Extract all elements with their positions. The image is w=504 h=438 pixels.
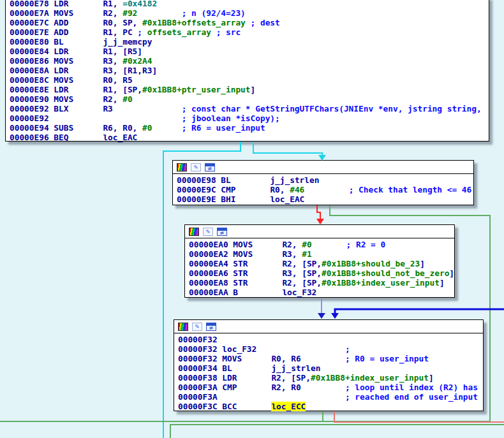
asm-line[interactable]: 00000E8E LDR R1, [SP,#0x1BB8+ptr_user_in… — [10, 85, 489, 94]
group-node-icon[interactable]: ⇄ — [217, 228, 227, 236]
comment-text: ; R2 = 0 — [346, 240, 386, 249]
number-text: #46 — [290, 185, 304, 194]
group-node-icon[interactable]: ⇄ — [206, 323, 216, 331]
code-text: 00000E90 MOVS R2, — [10, 94, 122, 104]
code-text: 00000F34 BL j_j_strlen — [178, 363, 320, 373]
node-title-bar[interactable]: ✎⇄ — [173, 161, 473, 174]
basic-block-block-E98[interactable]: ✎⇄00000E98 BL j_j_strlen00000E9C CMP R0,… — [172, 160, 474, 205]
code-text: 00000E7A MOVS R2, — [10, 8, 122, 18]
basic-block-block-F32[interactable]: ✎⇄00000F3200000F32 loc_F32 ;00000F32 MOV… — [174, 319, 484, 411]
asm-line[interactable]: 00000F38 LDR R2, [SP,#0x1BB8+index_user_… — [178, 373, 483, 383]
code-text: 00000E8C MOVS R0, R5 — [10, 75, 133, 85]
asm-line[interactable]: 00000F34 BL j_j_strlen — [178, 363, 483, 373]
edge-beq-fallthrough-cyan — [253, 142, 322, 155]
highlighted-label: loc_ECC — [271, 402, 306, 411]
asm-line[interactable]: 00000E98 BL j_j_strlen — [177, 175, 473, 185]
code-text: 00000EA4 STR R2, [SP, — [189, 259, 322, 268]
asm-line[interactable]: 00000E7C ADD R0, SP, #0x1BB8+offsets_arr… — [10, 18, 489, 27]
code-text: ] — [440, 278, 445, 288]
comment-text: ; src — [211, 27, 241, 37]
edge-loopback-blue — [335, 309, 504, 313]
code-text: 00000F3A — [178, 392, 345, 402]
code-text: 00000E86 MOVS R3, — [10, 56, 122, 66]
comment-text: ; R6 = user_input — [182, 123, 265, 133]
comment-text: ; loop until index (R2) has — [345, 383, 478, 392]
asm-line[interactable]: 00000E9E BHI loc_EAC — [177, 194, 473, 204]
code-text — [312, 240, 346, 249]
asm-line[interactable]: 00000EAA B loc_F32 — [189, 288, 454, 297]
number-text: #92 — [122, 8, 137, 18]
edit-node-icon[interactable]: ✎ — [203, 228, 213, 236]
code-text: 00000EAA B loc_F32 — [189, 288, 316, 297]
graph-canvas[interactable]: 00000E78 LDR R1, =0x418200000E7A MOVS R2… — [0, 0, 504, 438]
comment-text: ; reached end of user_input — [345, 392, 478, 402]
disassembly-listing: 00000E78 LDR R1, =0x418200000E7A MOVS R2… — [6, 0, 489, 142]
asm-line[interactable]: 00000E94 SUBS R6, R0, #0 ; R6 = user_inp… — [10, 123, 489, 133]
basic-block-block-EA0[interactable]: ✎⇄00000EA0 MOVS R2, #0 ; R2 = 000000EA2 … — [184, 224, 455, 298]
code-text — [152, 123, 181, 133]
asm-line[interactable]: 00000F32 loc_F32 ; — [178, 344, 483, 354]
edge-offscreen-green-corner — [170, 425, 504, 438]
asm-line[interactable]: 00000EA2 MOVS R3, #1 — [189, 249, 454, 259]
asm-line[interactable]: 00000E8C MOVS R0, R5 — [10, 75, 489, 85]
asm-line[interactable]: 00000E9C CMP R0, #46 ; Check that length… — [177, 185, 473, 194]
number-text: #0x1BB8+offsets_array — [142, 18, 246, 27]
code-text: 00000E80 BL j_j_memcpy — [10, 37, 152, 47]
comment-text: ; dest — [251, 18, 280, 27]
code-text: 00000E7C ADD R0, SP, — [10, 18, 142, 27]
node-title-bar[interactable]: ✎⇄ — [185, 225, 454, 238]
node-color-icon[interactable] — [178, 323, 188, 331]
asm-line[interactable]: 00000EA8 STR R2, [SP,#0x1BB8+index_user_… — [189, 278, 454, 288]
asm-line[interactable]: 00000E92 ; jboolean *isCopy); — [10, 113, 489, 123]
basic-block-block-E78[interactable]: 00000E78 LDR R1, =0x418200000E7A MOVS R2… — [5, 0, 489, 142]
edit-node-icon[interactable]: ✎ — [191, 163, 201, 172]
code-text: 00000E94 SUBS R6, R0, — [10, 123, 142, 133]
asm-line[interactable]: 00000E7E ADD R1, PC ; offsets_array ; sr… — [10, 27, 489, 37]
asm-line[interactable]: 00000EA6 STR R3, [SP,#0x1BB8+should_not_… — [189, 268, 454, 278]
code-text: 00000E9E BHI loc_EAC — [177, 194, 304, 204]
asm-line[interactable]: 00000E86 MOVS R3, #0x2A4 — [10, 56, 489, 66]
asm-line[interactable]: 00000F3C BCC loc_ECC — [178, 402, 483, 411]
code-text: 00000EA2 MOVS R3, — [189, 249, 302, 259]
asm-line[interactable]: 00000E84 LDR R1, [R5] — [10, 47, 489, 56]
code-text: ] — [251, 85, 256, 94]
comment-text: ; n (92/4=23) — [182, 8, 246, 18]
code-text: ] — [429, 373, 434, 383]
code-text: 00000E92 BLX R3 — [10, 104, 182, 113]
code-text: 00000F32 loc_F32 — [178, 344, 345, 354]
comment-text: ; jboolean *isCopy); — [182, 113, 280, 123]
code-text: 00000E84 LDR R1, [R5] — [10, 47, 142, 56]
node-color-icon[interactable] — [177, 163, 187, 172]
number-text: #0x1BB8+should_be_23 — [322, 259, 420, 268]
asm-line[interactable]: 00000E92 BLX R3 ; const char * GetString… — [10, 104, 489, 113]
group-node-icon[interactable]: ⇄ — [205, 163, 215, 172]
number-text: #0 — [142, 123, 152, 133]
comment-text: ; Check that length <= 46 — [349, 185, 472, 194]
code-text: ] — [449, 268, 454, 278]
number-text: #0x2A4 — [122, 56, 152, 66]
asm-line[interactable]: 00000F3A ; reached end of user_input — [178, 392, 483, 402]
node-title-bar[interactable]: ✎⇄ — [174, 320, 483, 333]
asm-line[interactable]: 00000E7A MOVS R2, #92 ; n (92/4=23) — [10, 8, 489, 18]
node-color-icon[interactable] — [189, 228, 199, 236]
asm-line[interactable]: 00000E90 MOVS R2, #0 — [10, 94, 489, 104]
asm-line[interactable]: 00000F3A CMP R2, R0 ; loop until index (… — [178, 383, 483, 392]
code-text: ] — [420, 259, 425, 268]
number-text: #0x1BB8+index_user_input — [322, 278, 440, 288]
asm-line[interactable]: 00000E78 LDR R1, =0x4182 — [10, 0, 489, 8]
asm-line[interactable]: 00000E8A LDR R3, [R1,R3] — [10, 66, 489, 75]
asm-line[interactable]: 00000F32 — [178, 335, 483, 344]
asm-line[interactable]: 00000EA0 MOVS R2, #0 ; R2 = 0 — [189, 240, 454, 249]
disassembly-listing: 00000EA0 MOVS R2, #0 ; R2 = 000000EA2 MO… — [185, 238, 454, 297]
code-text: 00000F38 LDR R2, [SP, — [178, 373, 311, 383]
code-text: 00000E92 — [10, 113, 182, 123]
asm-line[interactable]: 00000EA4 STR R2, [SP,#0x1BB8+should_be_2… — [189, 259, 454, 268]
asm-line[interactable]: 00000E96 BEQ loc_EAC — [10, 133, 489, 142]
asm-line[interactable]: 00000E80 BL j_j_memcpy — [10, 37, 489, 47]
edge-bhi-false-red — [317, 205, 320, 219]
code-text: 00000F3A CMP R2, R0 — [178, 383, 345, 392]
comment-text: ; const char * GetStringUTFChars(JNIEnv … — [182, 104, 482, 113]
code-text: 00000E8A LDR R3, [R1,R3] — [10, 66, 157, 75]
edit-node-icon[interactable]: ✎ — [192, 323, 202, 331]
asm-line[interactable]: 00000F32 MOVS R0, R6 ; R0 = user_input — [178, 354, 483, 363]
